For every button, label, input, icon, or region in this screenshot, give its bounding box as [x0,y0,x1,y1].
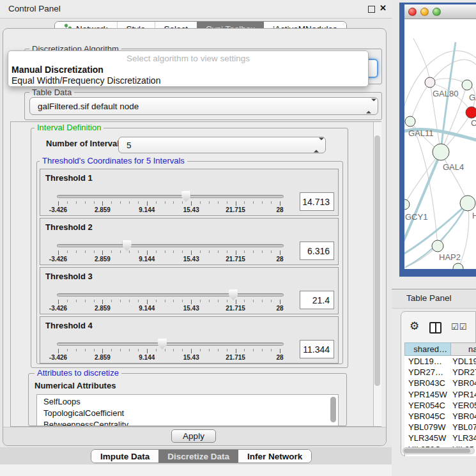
slider-tick [218,349,219,351]
table-row[interactable]: YDR27…YDR27 [404,367,476,378]
minimize-traffic-light[interactable] [420,8,429,16]
network-node-node-9[interactable] [453,263,463,269]
slider-tick [76,201,77,204]
table-row[interactable]: YDL19…YDL19 [404,356,476,367]
screen: Control Panel ✕ NetworkStyleSelectCyni T… [0,0,476,476]
slider-tick [67,201,68,204]
table-row[interactable]: YER054CYER05 [404,400,476,411]
slider-tick [165,201,165,204]
threshold-value-field[interactable]: 11.344 [300,340,334,358]
column-header-name[interactable]: na [451,342,476,356]
slider-tick-label: 15.43 [172,354,210,361]
split-columns-icon[interactable] [429,322,441,334]
table-row[interactable]: YBR045CYBR04 [404,411,476,422]
horizontal-scrollbar-thumb[interactable] [404,449,470,453]
numerical-attributes-label: Numerical Attributes [35,381,116,390]
table-row[interactable]: YBL079WYBL07 [404,422,476,433]
zoom-traffic-light[interactable] [433,8,441,16]
slider-tick [253,349,254,351]
control-panel-title: Control Panel [8,0,61,17]
numerical-attributes-list[interactable]: SelfLoopsTopologicalCoefficientBetweenne… [36,394,339,426]
float-window-icon[interactable] [368,6,375,13]
slider-tick [129,201,130,204]
slider-tick [236,201,236,206]
network-edge [441,152,468,203]
node-label: GAL80 [433,89,458,98]
number-of-intervals-combobox[interactable]: 5 [118,137,326,153]
slider-tick [67,250,68,253]
threshold-slider-track[interactable] [57,195,284,198]
vertical-scrollbar-thumb[interactable] [374,135,380,386]
network-node-gal11-node[interactable] [405,116,415,127]
threshold-slider-track[interactable] [57,244,284,247]
tab-infer-network[interactable]: Infer Network [238,450,311,463]
slider-tick [111,300,112,302]
attribute-item-selfloops[interactable]: SelfLoops [43,397,81,408]
table-row[interactable]: YPR145WYPR14 [404,389,476,400]
slider-tick [67,300,68,302]
threshold-value-field[interactable]: 14.713 [300,192,334,211]
select-columns-icon[interactable]: ☑☑ [451,322,467,332]
close-icon[interactable]: ✕ [380,3,387,13]
slider-tick-label: 28 [261,354,299,361]
slider-tick [280,250,280,255]
slider-tick [58,349,59,353]
network-edge [410,121,438,246]
cell-shared-name: YDL19… [408,357,442,366]
network-node-hap2-node[interactable] [432,240,443,252]
threshold-value-field[interactable]: 21.4 [300,291,334,309]
apply-button[interactable]: Apply [171,429,216,443]
slider-tick-label: 15.43 [172,256,210,263]
node-label: GAL11 [408,128,434,138]
network-node-node-2[interactable] [462,80,472,90]
network-node-gcy1-node[interactable] [404,199,410,210]
attribute-item-topologicalcoefficient[interactable]: TopologicalCoefficient [43,408,124,420]
threshold-slider-handle[interactable] [181,191,190,202]
tab-impute-data[interactable]: Impute Data [91,450,158,463]
slider-tick [182,201,183,204]
network-graph: GAL80GAGAL11CGAL4GCY1HHAP2 [404,19,476,269]
table-row[interactable]: YBR043CYBR04 [404,378,476,388]
threshold-value-field[interactable]: 6.316 [300,242,334,260]
threshold-slider-handle[interactable] [229,289,238,300]
slider-tick [280,349,280,353]
tab-discretize-data[interactable]: Discretize Data [158,450,238,463]
table-data-combobox[interactable]: galFiltered.sif default node [29,97,378,115]
popup-item-manual-discretization[interactable]: Manual Discretization [12,65,365,75]
network-node-node-7[interactable] [460,196,475,211]
threshold-slider-track[interactable] [57,342,284,346]
slider-tick-label: 28 [261,256,299,263]
slider-tick [191,300,192,304]
table-row[interactable]: YLR345WYLR34 [404,433,476,443]
threshold-slider-track[interactable] [57,293,284,296]
slider-tick [191,250,192,255]
network-node-red-node[interactable] [466,107,476,118]
slider-tick [76,349,77,351]
slider-tick [111,250,112,253]
network-node-gal80-node[interactable] [425,77,435,88]
slider-tick-label: 2.859 [83,256,121,263]
cell-name: YDL19 [452,357,476,366]
slider-tick [58,250,59,255]
network-node-gal4-node[interactable] [433,144,449,160]
threshold-slider-handle[interactable] [158,339,167,349]
threshold-slider-handle[interactable] [123,240,132,251]
close-traffic-light[interactable] [408,8,417,16]
slider-tick [209,349,210,351]
network-window-titlebar[interactable] [404,4,476,19]
network-canvas[interactable]: GAL80GAGAL11CGAL4GCY1HHAP2 [404,19,476,269]
settings-gear-icon[interactable]: ⚙ [410,321,419,332]
list-scrollbar-thumb[interactable] [330,397,336,422]
network-edge [413,38,430,82]
slider-tick [138,349,139,351]
attribute-item-betweennesscentrality[interactable]: BetweennessCentrality [43,420,128,426]
threshold-panel-1: Threshold 1-3.4262.8599.14415.4321.71528… [40,169,339,216]
cell-shared-name: YER054C [408,401,445,410]
slider-tick [147,300,148,304]
popup-item-equal-width-frequency-discretization[interactable]: Equal Width/Frequency Discretization [12,75,365,86]
number-of-intervals-label: Number of Intervals [46,139,124,148]
slider-tick [209,250,210,253]
column-header-shared[interactable]: shared… [404,342,451,356]
threshold-panel-3: Threshold 3-3.4262.8599.14415.4321.71528… [40,267,339,314]
slider-tick [253,201,254,204]
